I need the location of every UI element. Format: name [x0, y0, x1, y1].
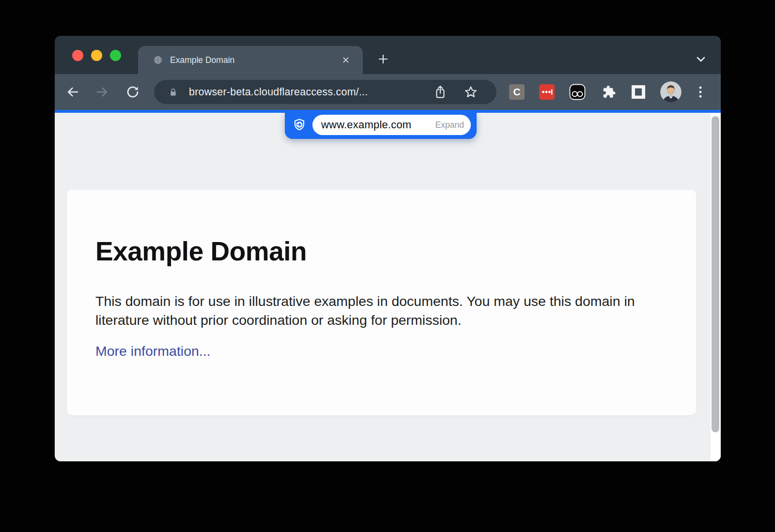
- tab-close-icon[interactable]: [340, 54, 352, 66]
- expand-button[interactable]: Expand: [435, 120, 464, 130]
- share-icon[interactable]: [433, 84, 448, 100]
- url-text: browser-beta.cloudflareaccess.com/...: [189, 86, 433, 98]
- globe-favicon-icon: [153, 55, 163, 65]
- page-heading: Example Domain: [95, 236, 307, 267]
- isolation-domain-pill: www.example.com Expand: [312, 115, 471, 135]
- tab-search-chevron-icon[interactable]: [693, 52, 709, 66]
- close-window-button[interactable]: [72, 50, 83, 61]
- tab-title: Example Domain: [170, 55, 340, 65]
- browser-window: Example Domain: [55, 36, 721, 461]
- scrollbar-thumb[interactable]: [712, 116, 719, 432]
- page-content-card: Example Domain This domain is for use in…: [67, 190, 696, 415]
- profile-avatar[interactable]: [660, 81, 682, 103]
- extensions-puzzle-icon[interactable]: [600, 84, 617, 100]
- address-bar[interactable]: browser-beta.cloudflareaccess.com/...: [154, 80, 496, 104]
- forward-button[interactable]: [95, 85, 109, 99]
- browser-toolbar: browser-beta.cloudflareaccess.com/... C: [55, 74, 721, 110]
- isolated-domain-text: www.example.com: [321, 119, 411, 131]
- zoom-window-button[interactable]: [110, 50, 121, 61]
- bookmark-star-icon[interactable]: [463, 84, 479, 100]
- page-viewport: www.example.com Expand Example Domain Th…: [55, 113, 721, 461]
- extensions-row: C: [509, 74, 705, 110]
- new-tab-button[interactable]: [376, 52, 390, 66]
- reload-button[interactable]: [125, 85, 140, 99]
- browser-menu-icon[interactable]: [696, 84, 705, 100]
- more-information-link[interactable]: More information...: [95, 343, 211, 359]
- tab-strip: Example Domain: [55, 36, 721, 74]
- extension-c-icon[interactable]: C: [509, 84, 525, 100]
- page-paragraph: This domain is for use in illustrative e…: [95, 292, 658, 329]
- shield-arrow-icon: [292, 118, 307, 132]
- scrollbar-track[interactable]: [711, 113, 721, 461]
- back-button[interactable]: [65, 85, 80, 99]
- macos-window-controls: [72, 50, 121, 61]
- minimize-window-button[interactable]: [91, 50, 102, 61]
- desktop-background: Example Domain: [0, 0, 775, 532]
- side-panel-icon[interactable]: [631, 85, 646, 99]
- lock-icon[interactable]: [168, 87, 178, 97]
- browser-tab[interactable]: Example Domain: [138, 46, 363, 74]
- password-manager-extension-icon[interactable]: [539, 84, 555, 100]
- lens-extension-icon[interactable]: [569, 84, 586, 100]
- isolation-banner[interactable]: www.example.com Expand: [285, 113, 477, 139]
